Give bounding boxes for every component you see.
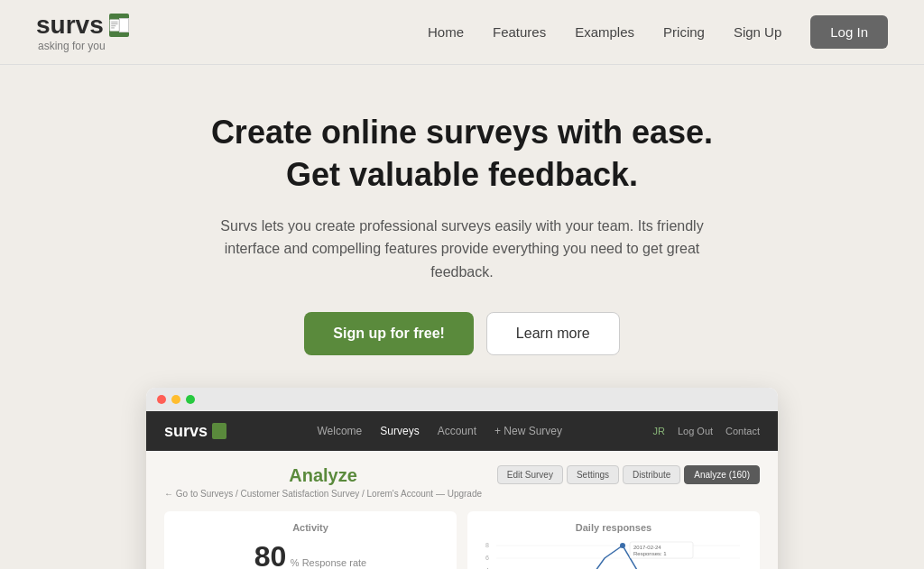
app-content: Analyze ← Go to Surveys / Customer Satis… [146, 451, 778, 569]
app-nav-right: JR Log Out Contact [652, 426, 760, 436]
nav-features[interactable]: Features [493, 24, 546, 40]
app-nav-user: JR [652, 426, 664, 436]
app-nav-logout[interactable]: Log Out [678, 426, 713, 436]
analyze-breadcrumb: ← Go to Surveys / Customer Satisfaction … [164, 489, 482, 499]
logo-text: survs [36, 13, 104, 38]
response-rate-row: 80 % Response rate [175, 540, 446, 569]
login-button[interactable]: Log In [810, 15, 888, 49]
analyze-button[interactable]: Analyze (160) [684, 465, 760, 484]
analyze-title: Analyze [164, 465, 482, 486]
logo-area: survs asking for you [36, 13, 129, 52]
hero-buttons: Sign up for free! Learn more [18, 312, 906, 355]
app-logo-text: survs [164, 422, 208, 441]
nav-examples[interactable]: Examples [575, 24, 634, 40]
svg-text:6: 6 [485, 555, 489, 561]
window-chrome [146, 388, 778, 411]
hero-title-line2: Get valuable feedback. [286, 156, 638, 193]
svg-rect-0 [109, 19, 118, 31]
main-nav: Home Features Examples Pricing Sign Up L… [428, 15, 888, 49]
nav-signup[interactable]: Sign Up [734, 24, 781, 40]
activity-panel: Activity 80 % Response rate 200 Response… [164, 511, 457, 569]
response-rate-label: % Response rate [291, 557, 366, 568]
hero-section: Create online surveys with ease. Get val… [0, 65, 924, 569]
app-panels: Activity 80 % Response rate 200 Response… [164, 511, 760, 569]
analyze-action-buttons: Edit Survey Settings Distribute Analyze … [497, 465, 760, 484]
app-nav-welcome[interactable]: Welcome [317, 425, 362, 437]
response-rate-value: 80 [254, 540, 287, 569]
logo: survs [36, 13, 129, 38]
window-close-dot [157, 395, 166, 404]
nav-home[interactable]: Home [428, 24, 464, 40]
header: survs asking for you Home Features Examp… [0, 0, 924, 65]
hero-subtitle: Survs lets you create professional surve… [200, 215, 724, 284]
distribute-button[interactable]: Distribute [623, 465, 680, 484]
app-nav-links: Welcome Surveys Account + New Survey [317, 425, 562, 437]
analyze-header: Analyze ← Go to Surveys / Customer Satis… [164, 465, 760, 499]
learn-more-button[interactable]: Learn more [486, 312, 620, 355]
app-nav-contact[interactable]: Contact [725, 426, 760, 436]
svg-text:8: 8 [485, 542, 489, 548]
app-navbar: survs Welcome Surveys Account + New Surv… [146, 411, 778, 451]
window-minimize-dot [171, 395, 180, 404]
settings-button[interactable]: Settings [567, 465, 619, 484]
hero-title-line1: Create online surveys with ease. [211, 114, 713, 151]
logo-icon [109, 14, 129, 37]
svg-text:2017-02-24: 2017-02-24 [633, 545, 661, 550]
hero-title: Create online surveys with ease. Get val… [18, 112, 906, 197]
logo-tagline: asking for you [38, 40, 129, 52]
window-maximize-dot [186, 395, 195, 404]
app-nav-surveys[interactable]: Surveys [380, 425, 419, 437]
svg-point-13 [620, 543, 625, 548]
app-logo-icon [212, 423, 226, 439]
chart-svg: 8 6 4 2 [478, 540, 749, 569]
activity-panel-title: Activity [175, 522, 446, 533]
daily-responses-title: Daily responses [478, 522, 749, 533]
daily-responses-panel: Daily responses 8 6 4 2 [467, 511, 760, 569]
app-preview: survs Welcome Surveys Account + New Surv… [146, 388, 778, 569]
analyze-header-left: Analyze ← Go to Surveys / Customer Satis… [164, 465, 482, 499]
app-nav-new-survey[interactable]: + New Survey [494, 425, 562, 437]
nav-pricing[interactable]: Pricing [663, 24, 705, 40]
edit-survey-button[interactable]: Edit Survey [497, 465, 563, 484]
chart-area: 8 6 4 2 [478, 540, 749, 569]
app-logo: survs [164, 422, 226, 441]
svg-text:Responses: 1: Responses: 1 [633, 551, 667, 556]
signup-button[interactable]: Sign up for free! [304, 312, 474, 355]
app-nav-account[interactable]: Account [438, 425, 476, 437]
